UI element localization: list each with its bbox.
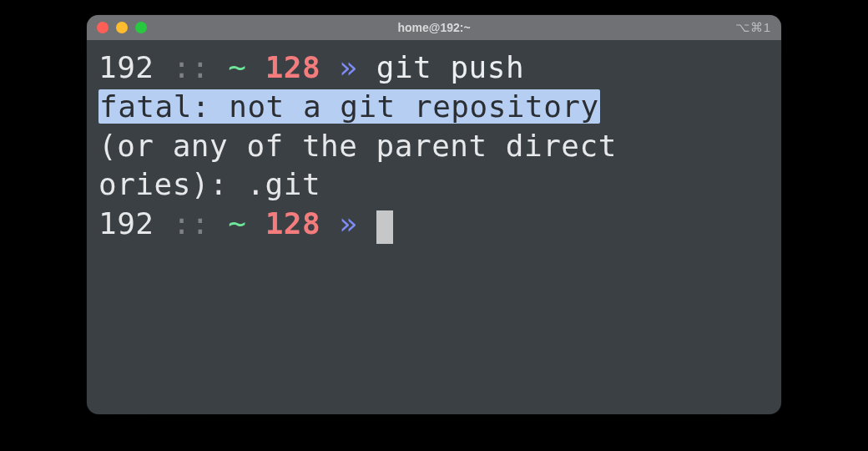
prompt-host: 192: [98, 50, 154, 84]
terminal-window: home@192:~ ⌥⌘1 192 :: ~ 128 » git push f…: [87, 15, 781, 414]
zoom-icon[interactable]: [135, 22, 147, 33]
prompt-separator: ::: [173, 206, 209, 241]
cursor-block: [376, 210, 393, 244]
prompt-separator: ::: [173, 50, 209, 84]
traffic-lights: [97, 22, 147, 33]
prompt-cwd: ~: [228, 50, 246, 84]
close-icon[interactable]: [97, 22, 108, 33]
titlebar[interactable]: home@192:~ ⌥⌘1: [87, 15, 781, 40]
error-continuation: (or any of the parent direct: [98, 129, 617, 163]
prompt-host: 192: [98, 206, 154, 241]
minimize-icon[interactable]: [116, 22, 128, 33]
shortcut-hint: ⌥⌘1: [735, 20, 771, 35]
terminal-body[interactable]: 192 :: ~ 128 » git push fatal: not a git…: [87, 40, 781, 414]
window-title: home@192:~: [87, 21, 781, 34]
error-highlight[interactable]: fatal: not a git repository: [98, 89, 600, 124]
prompt-cwd: ~: [228, 206, 246, 241]
prompt-arrow: »: [339, 206, 357, 241]
prompt-arrow: »: [339, 50, 357, 84]
entered-command: git push: [376, 50, 524, 84]
prompt-status: 128: [265, 50, 321, 84]
error-continuation: ories): .git: [98, 167, 320, 201]
prompt-status: 128: [265, 206, 321, 241]
